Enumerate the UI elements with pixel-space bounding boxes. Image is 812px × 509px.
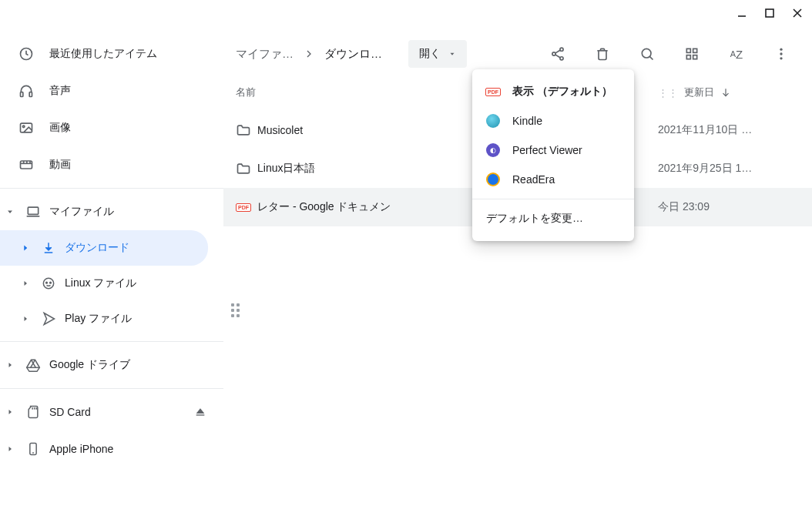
laptop-icon [22, 204, 45, 219]
sidebar-label: 音声 [49, 84, 71, 98]
folder-icon [236, 161, 257, 176]
breadcrumb-current[interactable]: ダウンロ… [323, 44, 384, 65]
svg-marker-30 [9, 410, 12, 414]
image-icon [18, 120, 34, 136]
open-button[interactable]: 開く [408, 40, 467, 68]
chevron-down-icon [3, 207, 17, 216]
perfect-viewer-app-icon: ◐ [486, 143, 500, 157]
svg-rect-48 [693, 49, 697, 52]
sidebar-item-gdrive[interactable]: Google ドライブ [0, 347, 223, 383]
headphones-icon [18, 83, 34, 99]
menu-label: Perfect Viewer [512, 144, 582, 156]
svg-line-46 [649, 56, 653, 59]
svg-point-8 [22, 126, 25, 128]
sidebar-item-linux[interactable]: Linux ファイル [0, 266, 223, 301]
svg-marker-36 [9, 447, 12, 451]
sort-desc-icon [720, 87, 731, 98]
download-icon [37, 241, 60, 255]
svg-marker-26 [27, 360, 40, 371]
sidebar-item-audio[interactable]: 音声 [0, 72, 223, 109]
svg-point-51 [780, 49, 782, 51]
svg-point-52 [780, 52, 782, 55]
svg-rect-47 [686, 49, 690, 52]
svg-rect-35 [196, 414, 205, 415]
svg-line-44 [555, 55, 561, 58]
menu-item-kindle[interactable]: Kindle [472, 106, 634, 136]
sidebar-label: Play ファイル [65, 312, 132, 326]
svg-point-53 [780, 57, 782, 59]
svg-rect-15 [28, 207, 38, 214]
menu-label: Kindle [512, 115, 542, 127]
svg-line-43 [555, 50, 561, 53]
reorder-handle-icon[interactable]: ⋮⋮ [658, 87, 678, 99]
svg-marker-34 [196, 408, 205, 414]
svg-marker-14 [8, 211, 12, 214]
svg-point-22 [50, 282, 52, 283]
menu-item-readera[interactable]: ReadEra [472, 165, 634, 194]
linux-icon [37, 276, 60, 291]
chevron-right-icon [3, 444, 17, 454]
sidebar-label: 動画 [49, 158, 71, 172]
sidebar-item-video[interactable]: 動画 [0, 146, 223, 183]
sidebar-label: 画像 [49, 121, 71, 135]
sidebar-item-sdcard[interactable]: SD Card [0, 393, 223, 430]
clock-icon [18, 46, 34, 62]
folder-icon [236, 122, 257, 138]
eject-icon[interactable] [194, 406, 206, 418]
chevron-right-icon [3, 407, 17, 417]
sidebar-item-iphone[interactable]: Apple iPhone [0, 430, 223, 467]
chevron-right-icon [18, 243, 32, 253]
menu-label: 表示 （デフォルト） [512, 85, 612, 99]
svg-rect-1 [766, 9, 773, 17]
pdf-icon: PDF [236, 203, 257, 212]
svg-point-20 [43, 278, 53, 288]
menu-item-change-default[interactable]: デフォルトを変更… [472, 204, 634, 233]
svg-marker-17 [25, 246, 28, 250]
video-icon [18, 157, 34, 172]
menu-separator [472, 199, 634, 199]
sidebar-item-recent[interactable]: 最近使用したアイテム [0, 35, 223, 72]
sidebar: 最近使用したアイテム 音声 画像 動画 [0, 31, 223, 509]
sidebar-label: Linux ファイル [65, 276, 136, 290]
column-date[interactable]: ⋮⋮ 更新日 [658, 85, 800, 99]
window-minimize[interactable] [733, 5, 750, 22]
chevron-right-icon [18, 279, 32, 288]
dropdown-caret-icon [448, 50, 456, 58]
breadcrumb-root[interactable]: マイファ… [234, 44, 295, 65]
pdf-icon: PDF [486, 85, 500, 99]
menu-label: デフォルトを変更… [486, 212, 583, 226]
sidebar-item-myfiles[interactable]: マイファイル [0, 193, 223, 230]
divider [0, 388, 223, 389]
chevron-right-icon [3, 360, 17, 370]
sort-icon[interactable]: AZ [727, 45, 746, 63]
search-icon[interactable] [638, 45, 656, 63]
window-maximize[interactable] [761, 5, 778, 22]
menu-item-perfect-viewer[interactable]: ◐ Perfect Viewer [472, 136, 634, 165]
more-icon[interactable] [772, 45, 790, 63]
phone-icon [22, 441, 45, 457]
share-icon[interactable] [549, 45, 567, 63]
open-with-menu: PDF 表示 （デフォルト） Kindle ◐ Perfect Viewer R… [472, 69, 634, 241]
divider [0, 188, 223, 189]
chevron-right-icon [18, 314, 32, 323]
file-date: 今日 23:09 [658, 200, 800, 214]
sidebar-label: Apple iPhone [49, 443, 113, 455]
sidebar-item-play[interactable]: Play ファイル [0, 301, 223, 337]
window-close[interactable] [789, 5, 806, 22]
kindle-app-icon [486, 114, 500, 128]
resize-handle[interactable] [231, 303, 242, 317]
grid-view-icon[interactable] [683, 45, 701, 63]
svg-marker-25 [9, 363, 12, 367]
sidebar-item-downloads[interactable]: ダウンロード [0, 230, 208, 266]
readera-app-icon [486, 172, 500, 186]
file-date: 2021年9月25日 1… [658, 162, 800, 176]
sidebar-label: Google ドライブ [49, 358, 130, 372]
drive-icon [22, 357, 45, 373]
play-icon [37, 311, 60, 326]
menu-item-view-default[interactable]: PDF 表示 （デフォルト） [472, 77, 634, 106]
svg-rect-50 [693, 55, 697, 59]
sdcard-icon [22, 404, 45, 420]
sidebar-item-images[interactable]: 画像 [0, 109, 223, 146]
chevron-right-icon [300, 48, 318, 60]
delete-icon[interactable] [593, 45, 612, 63]
